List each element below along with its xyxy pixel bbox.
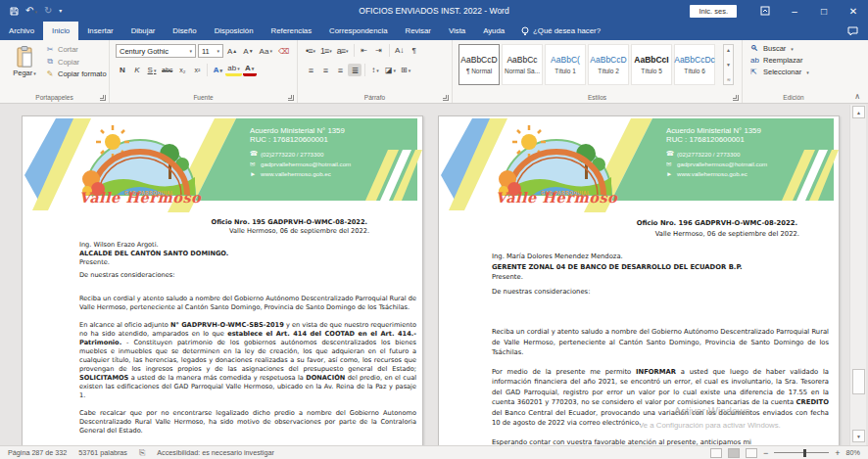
align-left-icon[interactable]: ≡	[304, 64, 317, 76]
oficio-number: Oficio Nro. 196 GADPRVH-O-WMC-08-2022.	[492, 218, 829, 229]
tab-revisar[interactable]: Revisar	[397, 22, 440, 40]
zoom-slider-thumb[interactable]	[803, 449, 806, 457]
styles-gallery-scroll[interactable]: ▲▼≂	[723, 44, 734, 85]
tab-dibujar[interactable]: Dibujar	[122, 22, 165, 40]
tab-diseno[interactable]: Diseño	[164, 22, 205, 40]
tab-vista[interactable]: Vista	[440, 22, 474, 40]
increase-indent-icon[interactable]: ⇥	[372, 44, 386, 57]
multilevel-list-icon[interactable]: a≡▾	[335, 44, 351, 57]
tab-correspondencia[interactable]: Correspondencia	[320, 22, 396, 40]
tab-insertar[interactable]: Insertar	[78, 22, 121, 40]
zoom-in-icon[interactable]: +	[835, 448, 840, 458]
style-titulo-5[interactable]: AaBbCcI Título 5	[631, 44, 672, 85]
letterhead-contact-block: Acuerdo Ministerial N° 1359 RUC : 176812…	[250, 126, 418, 177]
underline-button[interactable]: S▾	[145, 64, 159, 76]
comments-icon[interactable]	[847, 22, 858, 40]
tab-ayuda[interactable]: Ayuda	[474, 22, 513, 40]
style-normal[interactable]: AaBbCcD ¶ Normal	[458, 44, 500, 85]
oficio-number: Oficio Nro. 195 GADPRVH-O-WMC-08-2022.	[79, 218, 416, 227]
accessibility-status[interactable]: Accesibilidad: es necesario investigar	[157, 448, 273, 457]
document-page-2[interactable]: Acuerdo Ministerial N° 1359 RUC : 176812…	[438, 115, 840, 445]
page-indicator[interactable]: Página 287 de 332	[8, 448, 67, 457]
superscript-button[interactable]: x²	[190, 64, 204, 76]
justify-icon[interactable]: ≣	[348, 64, 362, 76]
style-normal-sa[interactable]: AaBbCc Normal Sa...	[502, 44, 543, 85]
clipboard-dialog-launcher[interactable]	[100, 95, 106, 101]
replace-button[interactable]: abReemplazar	[750, 56, 809, 65]
document-page-1[interactable]: Acuerdo Ministerial N° 1359 RUC : 176812…	[22, 115, 423, 445]
vertical-scrollbar[interactable]: ▲ ▼	[849, 105, 866, 445]
format-painter-button[interactable]: ✎Copiar formato	[45, 69, 107, 78]
paste-button[interactable]: Pegar▾	[8, 44, 41, 91]
cut-button[interactable]: ✂Cortar	[45, 45, 107, 54]
borders-icon[interactable]: ⊞▾	[399, 64, 412, 76]
restore-button[interactable]: □	[809, 0, 839, 22]
paragraph-dialog-launcher[interactable]	[443, 95, 449, 101]
minimize-button[interactable]: –	[780, 0, 809, 22]
qat-customize-icon[interactable]: ▾	[59, 8, 62, 14]
collapse-ribbon-icon[interactable]: ∧	[854, 92, 860, 101]
subscript-button[interactable]: x₂	[175, 64, 189, 76]
zoom-out-icon[interactable]: −	[763, 448, 768, 458]
show-marks-icon[interactable]: ¶	[408, 44, 421, 57]
font-size-combobox[interactable]: 11▾	[198, 44, 223, 58]
tab-archivo[interactable]: Archivo	[0, 22, 43, 40]
web-layout-icon[interactable]	[746, 448, 757, 458]
style-titulo-1[interactable]: AaBbC( Título 1	[545, 44, 586, 85]
recipient-line: ALCALDE DEL CANTÓN SANTO DOMINGO.	[79, 250, 416, 258]
close-button[interactable]: ✕	[839, 0, 868, 22]
undo-icon[interactable]: ↶▾	[25, 6, 37, 16]
recipient-line: GERENTE ZONAL 04 DE BANCO DE DESARROLLO …	[492, 262, 829, 273]
document-canvas: Acuerdo Ministerial N° 1359 RUC : 176812…	[0, 105, 868, 445]
scrollbar-thumb[interactable]	[852, 369, 865, 394]
letter-date: Valle Hermoso, 06 de septiembre del 2022…	[79, 227, 416, 236]
style-titulo-6[interactable]: AaBbCcDc Título 6	[674, 44, 715, 85]
shrink-font-button[interactable]: A▼	[241, 45, 255, 58]
select-button[interactable]: ⇱Seleccionar▾	[750, 68, 809, 76]
tell-me-box[interactable]: ¿Qué desea hacer?	[513, 22, 608, 40]
clipboard-group: Pegar▾ ✂Cortar ⧉Copiar ✎Copiar formato P…	[0, 40, 110, 103]
align-right-icon[interactable]: ≡	[333, 64, 347, 76]
ribbon-display-options-icon[interactable]	[750, 0, 780, 22]
zoom-slider[interactable]	[774, 452, 829, 453]
bullets-icon[interactable]: •≡▾	[304, 44, 317, 57]
styles-dialog-launcher[interactable]	[733, 95, 739, 101]
shading-icon[interactable]: ◪▾	[383, 64, 398, 76]
sort-icon[interactable]: A↓	[393, 44, 407, 57]
italic-button[interactable]: K	[130, 64, 144, 76]
font-color-button[interactable]: A▾	[243, 64, 257, 76]
redo-icon[interactable]: ↻	[44, 6, 52, 16]
scroll-up-icon[interactable]: ▲	[852, 106, 865, 118]
highlight-color-button[interactable]: ab▾	[225, 64, 241, 76]
strikethrough-button[interactable]: abc	[160, 64, 174, 76]
font-dialog-launcher[interactable]	[288, 95, 294, 101]
paragraph-group: •≡▾ 1≡▾ a≡▾ ⇤ ⇥ A↓ ¶ ≡ ≡ ≡ ≣ ↕▾ ◪▾ ⊞▾ Pá…	[298, 40, 453, 103]
line-spacing-icon[interactable]: ↕▾	[368, 64, 382, 76]
style-titulo-2[interactable]: AaBbCcD Título 2	[588, 44, 629, 85]
font-name-combobox[interactable]: Century Gothic▾	[116, 44, 196, 58]
tab-referencias[interactable]: Referencias	[263, 22, 321, 40]
copy-button[interactable]: ⧉Copiar	[45, 57, 107, 67]
tab-disposicion[interactable]: Disposición	[206, 22, 263, 40]
ribbon: Pegar▾ ✂Cortar ⧉Copiar ✎Copiar formato P…	[0, 40, 868, 104]
salutation: De nuestras consideraciones:	[492, 287, 829, 298]
bold-button[interactable]: N	[116, 64, 129, 76]
read-mode-icon[interactable]	[710, 448, 722, 458]
proofing-icon[interactable]: ⎘	[139, 448, 145, 458]
salutation: De nuestras consideraciones:	[79, 271, 416, 280]
tab-inicio[interactable]: Inicio	[43, 22, 78, 40]
save-icon[interactable]	[10, 7, 19, 16]
clear-formatting-button[interactable]: ⌫	[276, 45, 291, 58]
grow-font-button[interactable]: A▲	[225, 45, 239, 58]
zoom-level[interactable]: 80%	[846, 448, 860, 457]
numbering-icon[interactable]: 1≡▾	[318, 44, 334, 57]
sign-in-button[interactable]: Inic. ses.	[690, 5, 737, 18]
text-effects-button[interactable]: A▾	[211, 64, 224, 76]
change-case-button[interactable]: Aa▾	[258, 45, 274, 58]
align-center-icon[interactable]: ≡	[318, 64, 332, 76]
word-count[interactable]: 53761 palabras	[78, 448, 127, 457]
decrease-indent-icon[interactable]: ⇤	[358, 44, 371, 57]
find-button[interactable]: 🔍︎Buscar▾	[750, 44, 809, 53]
print-layout-icon[interactable]	[728, 448, 740, 458]
scroll-down-icon[interactable]: ▼	[852, 430, 865, 442]
